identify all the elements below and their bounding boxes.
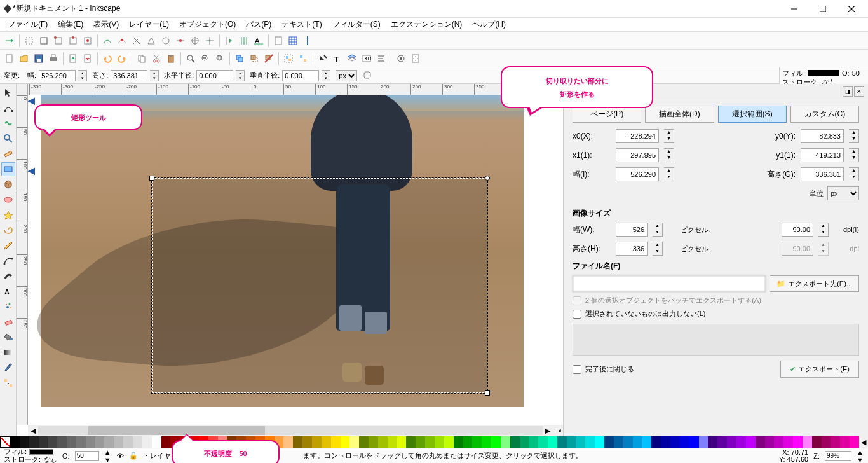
menu-help[interactable]: ヘルプ(H) <box>467 18 511 31</box>
bucket-tool-icon[interactable] <box>1 330 15 344</box>
undo-icon[interactable] <box>100 52 114 66</box>
snap-page-icon[interactable] <box>271 34 285 48</box>
corner-radius-handle[interactable] <box>485 176 490 181</box>
dropper-tool-icon[interactable] <box>1 361 15 375</box>
h-input[interactable] <box>801 167 844 181</box>
y0-input[interactable] <box>801 129 844 143</box>
select-tool-icon[interactable] <box>1 86 15 100</box>
hide-checkbox[interactable] <box>573 310 581 319</box>
export-icon[interactable] <box>81 52 95 66</box>
eraser-tool-icon[interactable] <box>1 315 15 329</box>
scrollbar-horizontal[interactable]: ◀ ▶ ⇥ <box>28 425 563 436</box>
batch-checkbox[interactable] <box>573 296 581 305</box>
x0-input[interactable] <box>616 129 659 143</box>
rectangle-selection[interactable] <box>152 178 487 393</box>
ruler-vertical[interactable]: 050100150200250300350 <box>17 95 28 425</box>
ry-spinner[interactable]: ▲▼ <box>322 70 330 81</box>
ellipse-tool-icon[interactable] <box>1 193 15 207</box>
dpi-w-input[interactable] <box>782 223 813 237</box>
menu-layer[interactable]: レイヤー(L) <box>124 18 174 31</box>
panel-detach-icon[interactable]: ◨ <box>843 86 853 97</box>
text-icon[interactable]: T <box>330 52 344 66</box>
redo-icon[interactable] <box>115 52 129 66</box>
zoom-input[interactable] <box>825 451 851 461</box>
fill-swatch[interactable] <box>808 70 839 76</box>
height-spinner[interactable]: ▲▼ <box>150 70 159 81</box>
rx-input[interactable] <box>196 70 233 81</box>
ry-input[interactable] <box>282 70 319 81</box>
img-height-input[interactable] <box>616 242 648 256</box>
browse-button[interactable]: 📁エクスポート先(E)... <box>770 275 859 292</box>
panel-close-icon[interactable]: ✕ <box>854 86 864 97</box>
visibility-icon[interactable]: 👁 <box>117 452 124 460</box>
new-icon[interactable] <box>3 52 17 66</box>
group-icon[interactable] <box>281 52 295 66</box>
y1-input[interactable] <box>801 148 844 162</box>
snap-bbox-icon[interactable] <box>22 34 36 48</box>
width-input[interactable] <box>39 70 76 81</box>
status-stroke-value[interactable]: なし <box>43 456 57 463</box>
opacity-input[interactable] <box>75 451 99 461</box>
rectangle-tool-icon[interactable] <box>1 162 15 176</box>
snap-rotation-icon[interactable] <box>203 34 217 48</box>
clone-icon[interactable] <box>247 52 261 66</box>
scroll-end-icon[interactable]: ⇥ <box>553 427 563 435</box>
align-icon[interactable] <box>374 52 388 66</box>
w-input[interactable] <box>616 167 659 181</box>
box3d-tool-icon[interactable] <box>1 177 15 191</box>
measure-tool-icon[interactable] <box>1 147 15 161</box>
menu-file[interactable]: ファイル(F) <box>3 18 53 31</box>
snap-path-icon[interactable] <box>115 34 129 48</box>
pencil-tool-icon[interactable] <box>1 238 15 252</box>
menu-text[interactable]: テキスト(T) <box>276 18 327 31</box>
swatch-none[interactable] <box>0 436 10 448</box>
zoom-selection-icon[interactable] <box>184 52 198 66</box>
resize-handle-tl[interactable] <box>149 176 154 181</box>
filename-input[interactable] <box>573 275 766 292</box>
connector-tool-icon[interactable] <box>1 376 15 390</box>
menu-edit[interactable]: 編集(E) <box>53 18 88 31</box>
maximize-button[interactable] <box>808 0 837 18</box>
status-fill-swatch[interactable] <box>29 449 53 455</box>
snap-grid2-icon[interactable] <box>286 34 300 48</box>
snap-icon[interactable] <box>3 34 17 48</box>
palette-menu-icon[interactable]: ◀ <box>859 436 868 448</box>
ruler-horizontal[interactable]: -350-300-250-200-150-100-500501001502002… <box>28 84 563 95</box>
layers-icon[interactable] <box>345 52 359 66</box>
snap-other-icon[interactable] <box>222 34 236 48</box>
zoom-page-icon[interactable] <box>213 52 227 66</box>
snap-grid-icon[interactable] <box>237 34 251 48</box>
snap-node-icon[interactable] <box>100 34 114 48</box>
print-icon[interactable] <box>46 52 60 66</box>
img-width-input[interactable] <box>616 223 648 237</box>
tab-custom[interactable]: カスタム(C) <box>790 106 859 123</box>
scroll-right-icon[interactable]: ▶ <box>543 427 553 435</box>
snap-smooth-icon[interactable] <box>159 34 173 48</box>
layer-indicator[interactable]: ・レイヤ <box>143 451 171 460</box>
star-tool-icon[interactable] <box>1 208 15 222</box>
copy-icon[interactable] <box>135 52 149 66</box>
snap-edge-icon[interactable] <box>37 34 51 48</box>
reset-corners-icon[interactable] <box>362 70 375 81</box>
node-tool-icon[interactable] <box>1 101 15 115</box>
snap-center-icon[interactable] <box>81 34 95 48</box>
gradient-tool-icon[interactable] <box>1 345 15 359</box>
duplicate-icon[interactable] <box>233 52 247 66</box>
unlink-icon[interactable] <box>262 52 276 66</box>
tab-drawing[interactable]: 描画全体(D) <box>645 106 714 123</box>
menu-path[interactable]: パス(P) <box>241 18 276 31</box>
spiral-tool-icon[interactable] <box>1 223 15 237</box>
snap-guide-icon[interactable] <box>301 34 315 48</box>
docprefs-icon[interactable] <box>409 52 423 66</box>
menu-object[interactable]: オブジェクト(O) <box>174 18 241 31</box>
color-palette[interactable]: ◀ <box>0 436 868 448</box>
snap-corner-icon[interactable] <box>51 34 65 48</box>
close-button[interactable] <box>837 0 865 18</box>
bezier-tool-icon[interactable] <box>1 254 15 268</box>
import-icon[interactable] <box>66 52 80 66</box>
minimize-button[interactable] <box>780 0 808 18</box>
snap-obj-center-icon[interactable] <box>188 34 202 48</box>
fill-stroke-icon[interactable] <box>316 52 330 66</box>
calligraphy-tool-icon[interactable] <box>1 269 15 283</box>
rx-spinner[interactable]: ▲▼ <box>236 70 245 81</box>
